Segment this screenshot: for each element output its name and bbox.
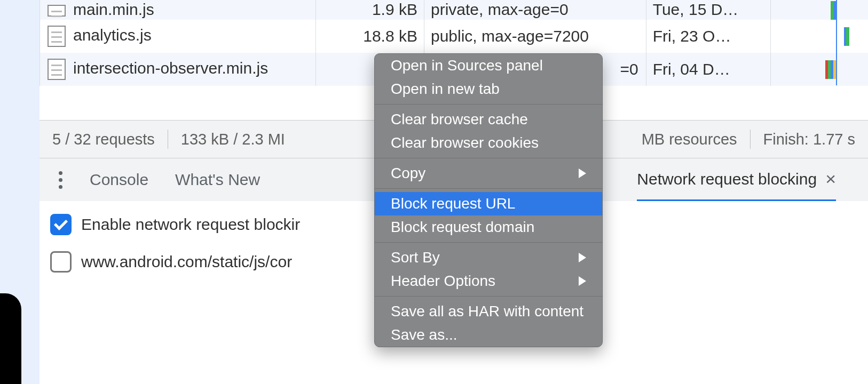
tab-whats-new[interactable]: What's New [175, 171, 260, 189]
ctx-open-sources[interactable]: Open in Sources panel [375, 54, 602, 77]
table-row[interactable]: analytics.js 18.8 kB public, max-age=720… [40, 20, 869, 53]
date-cell: Tue, 15 D… [646, 0, 770, 20]
ctx-separator [375, 188, 602, 189]
enable-blocking-label: Enable network request blockir [81, 215, 300, 234]
table-row[interactable]: main.min.js 1.9 kB private, max-age=0 Tu… [40, 0, 869, 20]
devtools-main: main.min.js 1.9 kB private, max-age=0 Tu… [40, 0, 868, 384]
waterfall-cell [770, 0, 868, 20]
file-icon [48, 5, 66, 17]
blocking-pattern-text: www.android.com/static/js/cor [81, 253, 292, 271]
ctx-sort-by[interactable]: Sort By [375, 246, 602, 269]
context-menu: Open in Sources panel Open in new tab Cl… [374, 53, 603, 347]
date-cell: Fri, 23 O… [646, 20, 770, 53]
ctx-save-as[interactable]: Save as... [375, 323, 602, 347]
ctx-clear-cache[interactable]: Clear browser cache [375, 108, 602, 131]
ctx-separator [375, 296, 602, 297]
device-frame-corner [0, 293, 21, 384]
file-icon [48, 59, 66, 80]
status-separator [750, 130, 751, 149]
ctx-copy[interactable]: Copy [375, 162, 602, 185]
status-finish: Finish: 1.77 s [763, 131, 855, 148]
file-name: analytics.js [73, 26, 152, 44]
close-icon[interactable]: × [825, 169, 836, 189]
chevron-right-icon [579, 169, 586, 178]
tab-label: Network request blocking [637, 170, 817, 188]
left-strip: /s [0, 0, 40, 384]
size-cell: 1.9 kB [316, 0, 424, 20]
cache-cell: private, max-age=0 [424, 0, 646, 20]
status-transferred: 133 kB / 2.3 MI [181, 131, 285, 148]
waterfall-cell [770, 53, 868, 86]
ctx-separator [375, 242, 602, 243]
chevron-right-icon [579, 253, 586, 262]
ctx-header-options[interactable]: Header Options [375, 269, 602, 293]
size-cell: 18.8 kB [316, 20, 424, 53]
cache-cell: public, max-age=7200 [424, 20, 646, 53]
ctx-block-request-url[interactable]: Block request URL [375, 192, 602, 215]
checkbox-checked-icon[interactable] [50, 214, 72, 235]
file-icon [48, 26, 66, 47]
checkbox-unchecked-icon[interactable] [50, 251, 72, 273]
status-requests: 5 / 32 requests [52, 131, 155, 148]
date-cell: Fri, 04 D… [646, 53, 770, 86]
status-separator [168, 130, 168, 149]
ctx-save-har[interactable]: Save all as HAR with content [375, 300, 602, 323]
status-resources: MB resources [642, 131, 737, 148]
chevron-right-icon [579, 276, 586, 286]
tab-network-request-blocking[interactable]: Network request blocking × [637, 158, 836, 201]
tab-console[interactable]: Console [90, 171, 148, 189]
ctx-open-new-tab[interactable]: Open in new tab [375, 77, 602, 101]
ctx-block-request-domain[interactable]: Block request domain [375, 215, 602, 239]
more-icon[interactable] [52, 171, 68, 189]
ctx-clear-cookies[interactable]: Clear browser cookies [375, 131, 602, 155]
file-name: main.min.js [73, 1, 154, 18]
ctx-separator [375, 104, 602, 105]
waterfall-cell [770, 20, 868, 53]
file-name: intersection-observer.min.js [73, 59, 268, 77]
ctx-separator [375, 158, 602, 158]
waterfall-load-line [836, 0, 837, 85]
